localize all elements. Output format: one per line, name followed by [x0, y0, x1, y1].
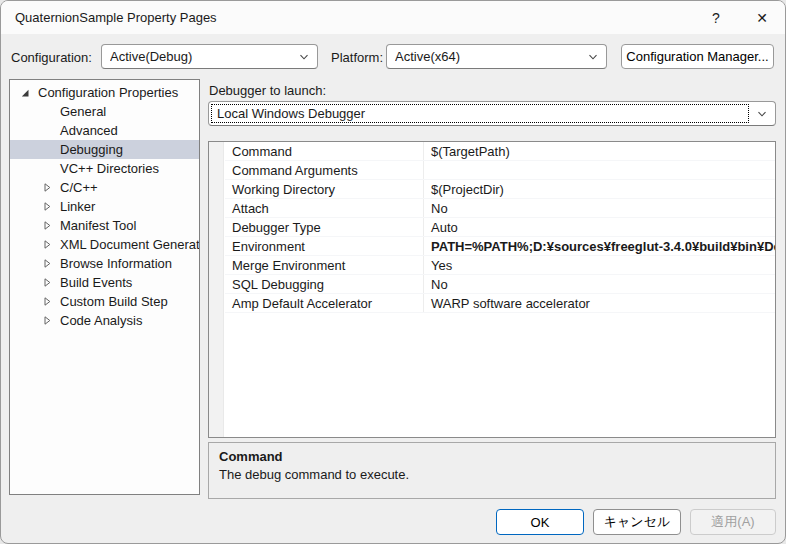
- tree-item-linker[interactable]: Linker: [10, 197, 199, 216]
- tree-item-label: Code Analysis: [60, 313, 142, 328]
- tree-item-label: Build Events: [60, 275, 132, 290]
- triangle-collapsed-icon[interactable]: [42, 220, 54, 231]
- property-name[interactable]: Environment: [225, 237, 423, 255]
- configuration-select[interactable]: Active(Debug): [101, 44, 318, 69]
- tree-item-xml-document-generator[interactable]: XML Document Generator: [10, 235, 199, 254]
- tree-item-manifest-tool[interactable]: Manifest Tool: [10, 216, 199, 235]
- tree-item-general[interactable]: General: [10, 102, 199, 121]
- debugger-to-launch-label: Debugger to launch:: [209, 83, 326, 98]
- titlebar: QuaternionSample Property Pages ? ✕: [1, 1, 785, 34]
- platform-label: Platform:: [331, 50, 383, 65]
- property-row-merge-environment: Merge EnvironmentYes: [225, 256, 775, 275]
- property-row-debugger-type: Debugger TypeAuto: [225, 218, 775, 237]
- property-row-attach: AttachNo: [225, 199, 775, 218]
- tree-item-build-events[interactable]: Build Events: [10, 273, 199, 292]
- tree-item-label: Custom Build Step: [60, 294, 168, 309]
- property-value[interactable]: WARP software accelerator: [423, 294, 775, 312]
- chevron-down-icon: [580, 51, 606, 63]
- tree-item-label: General: [60, 104, 106, 119]
- property-name[interactable]: Debugger Type: [225, 218, 423, 236]
- tree-item-label: Advanced: [60, 123, 118, 138]
- property-value[interactable]: No: [423, 275, 775, 293]
- property-name[interactable]: Command: [225, 142, 423, 160]
- titlebar-buttons: ? ✕: [693, 1, 785, 34]
- property-value[interactable]: PATH=%PATH%;D:¥sources¥freeglut-3.4.0¥bu…: [423, 237, 775, 255]
- tree-item-label: Linker: [60, 199, 95, 214]
- tree-item-label: Debugging: [60, 142, 123, 157]
- property-row-working-directory: Working Directory$(ProjectDir): [225, 180, 775, 199]
- grid-gutter: [209, 142, 224, 437]
- property-row-environment: EnvironmentPATH=%PATH%;D:¥sources¥freegl…: [225, 237, 775, 256]
- tree-item-label: Browse Information: [60, 256, 172, 271]
- cancel-button[interactable]: キャンセル: [593, 509, 681, 535]
- property-name[interactable]: Merge Environment: [225, 256, 423, 274]
- tree-item-label: Configuration Properties: [38, 85, 178, 100]
- property-name[interactable]: Amp Default Accelerator: [225, 294, 423, 312]
- tree-items: GeneralAdvancedDebuggingVC++ Directories…: [10, 102, 199, 330]
- tree-item-label: XML Document Generator: [60, 237, 200, 252]
- property-row-command-arguments: Command Arguments: [225, 161, 775, 180]
- description-title: Command: [219, 449, 765, 464]
- window-title: QuaternionSample Property Pages: [15, 10, 217, 25]
- property-grid: Command$(TargetPath)Command ArgumentsWor…: [208, 141, 776, 438]
- triangle-collapsed-icon[interactable]: [42, 201, 54, 212]
- tree-item-advanced[interactable]: Advanced: [10, 121, 199, 140]
- tree-item-label: VC++ Directories: [60, 161, 159, 176]
- property-rows: Command$(TargetPath)Command ArgumentsWor…: [209, 142, 775, 313]
- configuration-value: Active(Debug): [110, 49, 291, 64]
- property-value[interactable]: No: [423, 199, 775, 217]
- tree-item-code-analysis[interactable]: Code Analysis: [10, 311, 199, 330]
- property-pages-dialog: QuaternionSample Property Pages ? ✕ Conf…: [0, 0, 786, 544]
- close-button[interactable]: ✕: [739, 1, 785, 34]
- tree-item-debugging[interactable]: Debugging: [10, 140, 199, 159]
- triangle-expanded-icon[interactable]: [20, 88, 32, 98]
- platform-value: Active(x64): [395, 49, 580, 64]
- property-name[interactable]: SQL Debugging: [225, 275, 423, 293]
- tree-item-vc-directories[interactable]: VC++ Directories: [10, 159, 199, 178]
- triangle-collapsed-icon[interactable]: [42, 315, 54, 326]
- triangle-collapsed-icon[interactable]: [42, 239, 54, 250]
- property-row-command: Command$(TargetPath): [225, 142, 775, 161]
- tree-item-c-c[interactable]: C/C++: [10, 178, 199, 197]
- tree-item-browse-information[interactable]: Browse Information: [10, 254, 199, 273]
- help-button[interactable]: ?: [693, 1, 739, 34]
- chevron-down-icon: [749, 108, 775, 120]
- tree-item-custom-build-step[interactable]: Custom Build Step: [10, 292, 199, 311]
- debugger-selected-value: Local Windows Debugger: [211, 104, 749, 123]
- property-name[interactable]: Attach: [225, 199, 423, 217]
- platform-select[interactable]: Active(x64): [386, 44, 607, 69]
- triangle-collapsed-icon[interactable]: [42, 277, 54, 288]
- apply-button[interactable]: 適用(A): [690, 509, 776, 535]
- description-text: The debug command to execute.: [219, 467, 765, 482]
- configuration-manager-button[interactable]: Configuration Manager...: [621, 44, 774, 69]
- configuration-tree: Configuration Properties GeneralAdvanced…: [9, 79, 200, 495]
- debugger-select[interactable]: Local Windows Debugger: [208, 101, 776, 126]
- configuration-label: Configuration:: [11, 50, 92, 65]
- property-value[interactable]: $(ProjectDir): [423, 180, 775, 198]
- description-panel: Command The debug command to execute.: [208, 442, 776, 499]
- chevron-down-icon: [291, 51, 317, 63]
- triangle-collapsed-icon[interactable]: [42, 296, 54, 307]
- property-value[interactable]: $(TargetPath): [423, 142, 775, 160]
- triangle-collapsed-icon[interactable]: [42, 258, 54, 269]
- property-name[interactable]: Working Directory: [225, 180, 423, 198]
- property-value[interactable]: Auto: [423, 218, 775, 236]
- property-name[interactable]: Command Arguments: [225, 161, 423, 179]
- property-value[interactable]: [423, 161, 775, 179]
- property-value[interactable]: Yes: [423, 256, 775, 274]
- property-row-amp-default-accelerator: Amp Default AcceleratorWARP software acc…: [225, 294, 775, 313]
- tree-item-label: Manifest Tool: [60, 218, 136, 233]
- ok-button[interactable]: OK: [496, 509, 584, 535]
- tree-item-label: C/C++: [60, 180, 98, 195]
- triangle-collapsed-icon[interactable]: [42, 182, 54, 193]
- property-row-sql-debugging: SQL DebuggingNo: [225, 275, 775, 294]
- tree-item-configuration-properties[interactable]: Configuration Properties: [10, 83, 199, 102]
